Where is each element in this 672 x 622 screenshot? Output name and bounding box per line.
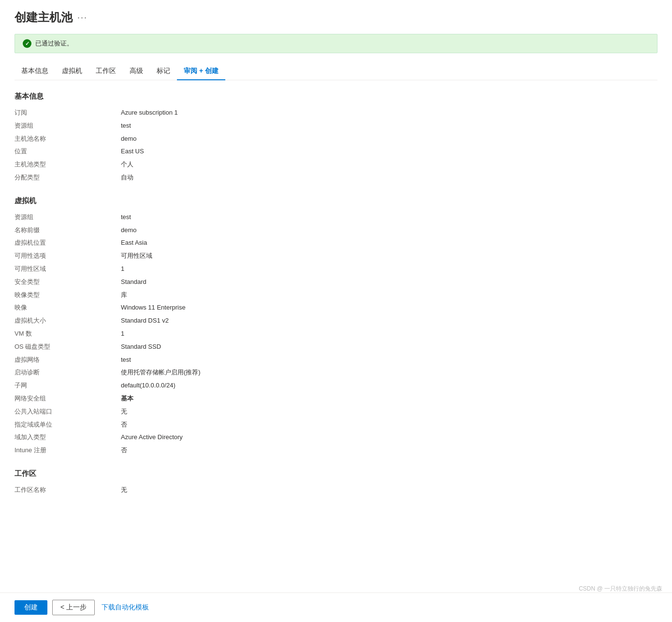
- page-title: 创建主机池: [15, 10, 73, 25]
- ws-label-name: 工作区名称: [15, 485, 102, 495]
- vm-value-vnet: test: [121, 355, 657, 365]
- vm-label-pubport: 公共入站端口: [15, 407, 102, 417]
- vm-label-imgtype: 映像类型: [15, 290, 102, 300]
- vm-label-nsg: 网络安全组: [15, 394, 102, 404]
- value-location: East US: [121, 147, 657, 157]
- validation-alert: 已通过验证。: [15, 34, 657, 53]
- vm-value-prefix: demo: [121, 225, 657, 236]
- section-workspace-title: 工作区: [15, 469, 657, 478]
- label-location: 位置: [15, 147, 102, 157]
- label-poolname: 主机池名称: [15, 134, 102, 144]
- vm-label-sectype: 安全类型: [15, 277, 102, 287]
- vm-value-subnet: default(10.0.0.0/24): [121, 381, 657, 391]
- basicinfo-table: 订阅 Azure subscription 1 资源组 test 主机池名称 d…: [15, 108, 657, 183]
- section-vm: 虚拟机 资源组 test 名称前缀 demo 虚拟机位置 East Asia 可…: [15, 196, 657, 456]
- vm-label-availzone: 可用性区域: [15, 264, 102, 274]
- label-pooltype: 主机池类型: [15, 160, 102, 170]
- vm-label-intune: Intune 注册: [15, 445, 102, 456]
- vm-value-jointype: Azure Active Directory: [121, 432, 657, 443]
- vm-label-count: VM 数: [15, 329, 102, 339]
- section-basicinfo-title: 基本信息: [15, 92, 657, 101]
- vm-value-avail: 可用性区域: [121, 251, 657, 261]
- value-resourcegroup: test: [121, 121, 657, 131]
- watermark-text: CSDN @ 一只特立独行的兔先森: [579, 585, 662, 593]
- tab-basicinfo[interactable]: 基本信息: [15, 63, 55, 80]
- value-pooltype: 个人: [121, 160, 657, 170]
- download-template-link[interactable]: 下载自动化模板: [100, 600, 151, 615]
- section-workspace: 工作区 工作区名称 无: [15, 469, 657, 495]
- ws-value-name: 无: [121, 485, 657, 495]
- vm-label-prefix: 名称前缀: [15, 225, 102, 236]
- alert-message: 已通过验证。: [35, 39, 73, 48]
- tab-workspace[interactable]: 工作区: [89, 63, 123, 80]
- label-resourcegroup: 资源组: [15, 121, 102, 131]
- vm-value-pubport: 无: [121, 407, 657, 417]
- tab-tags[interactable]: 标记: [150, 63, 177, 80]
- label-alloctype: 分配类型: [15, 173, 102, 183]
- vm-value-img: Windows 11 Enterprise: [121, 303, 657, 313]
- vm-label-osdisk: OS 磁盘类型: [15, 342, 102, 352]
- vm-value-rg: test: [121, 212, 657, 222]
- value-alloctype: 自动: [121, 173, 657, 183]
- label-subscription: 订阅: [15, 108, 102, 118]
- vm-value-imgtype: 库: [121, 290, 657, 300]
- vm-value-size: Standard DS1 v2: [121, 316, 657, 326]
- footer: 创建 < 上一步 下载自动化模板: [0, 592, 672, 622]
- tab-bar: 基本信息 虚拟机 工作区 高级 标记 审阅 + 创建: [15, 63, 657, 80]
- tab-vm[interactable]: 虚拟机: [55, 63, 89, 80]
- vm-label-size: 虚拟机大小: [15, 316, 102, 326]
- vm-label-location: 虚拟机位置: [15, 238, 102, 248]
- vm-label-vnet: 虚拟网络: [15, 355, 102, 365]
- page-header: 创建主机池 ···: [15, 10, 657, 25]
- vm-value-intune: 否: [121, 445, 657, 456]
- create-button[interactable]: 创建: [15, 600, 47, 615]
- vm-label-domain: 指定域或单位: [15, 420, 102, 430]
- back-button[interactable]: < 上一步: [52, 600, 95, 615]
- vm-value-nsg: 基本: [121, 394, 657, 404]
- vm-value-count: 1: [121, 329, 657, 339]
- vm-value-sectype: Standard: [121, 277, 657, 287]
- tab-advanced[interactable]: 高级: [123, 63, 150, 80]
- section-vm-title: 虚拟机: [15, 196, 657, 206]
- workspace-table: 工作区名称 无: [15, 485, 657, 495]
- vm-label-subnet: 子网: [15, 381, 102, 391]
- vm-label-jointype: 域加入类型: [15, 432, 102, 443]
- vm-label-rg: 资源组: [15, 212, 102, 222]
- vm-label-bootdiag: 启动诊断: [15, 368, 102, 378]
- vm-value-availzone: 1: [121, 264, 657, 274]
- success-icon: [23, 39, 31, 48]
- vm-label-img: 映像: [15, 303, 102, 313]
- header-dots: ···: [77, 13, 88, 23]
- vm-value-location: East Asia: [121, 238, 657, 248]
- vm-value-bootdiag: 使用托管存储帐户启用(推荐): [121, 368, 657, 378]
- section-basicinfo: 基本信息 订阅 Azure subscription 1 资源组 test 主机…: [15, 92, 657, 183]
- vm-label-avail: 可用性选项: [15, 251, 102, 261]
- value-poolname: demo: [121, 134, 657, 144]
- tab-review[interactable]: 审阅 + 创建: [177, 63, 225, 80]
- vm-value-osdisk: Standard SSD: [121, 342, 657, 352]
- vm-table: 资源组 test 名称前缀 demo 虚拟机位置 East Asia 可用性选项…: [15, 212, 657, 456]
- vm-value-domain: 否: [121, 420, 657, 430]
- value-subscription: Azure subscription 1: [121, 108, 657, 118]
